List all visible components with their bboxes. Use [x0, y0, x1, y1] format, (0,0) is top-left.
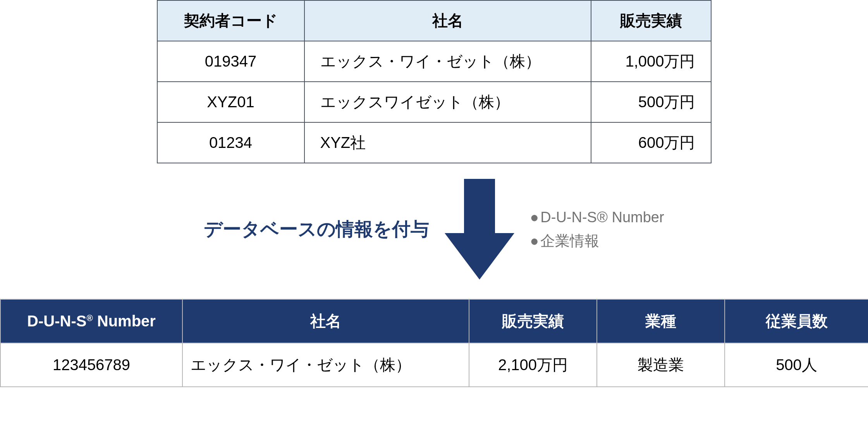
th-employees: 従業員数 [725, 299, 868, 343]
arrow-down-icon [445, 179, 514, 280]
th-sales: 販売実績 [591, 0, 711, 41]
list-item-label: 企業情報 [540, 229, 599, 253]
cell-industry: 製造業 [597, 343, 725, 387]
cell-company-name: XYZ社 [304, 122, 591, 163]
source-table: 契約者コード 社名 販売実績 019347 エックス・ワイ・ゼット（株） 1,0… [157, 0, 712, 163]
bullet-dot-icon: ● [530, 206, 539, 229]
th-duns-post: Number [93, 312, 156, 329]
cell-employees: 500人 [725, 343, 868, 387]
cell-company-name: エックスワイゼット（株） [304, 82, 591, 122]
cell-contractor-code: XYZ01 [157, 82, 304, 122]
table-header-row: 契約者コード 社名 販売実績 [157, 0, 711, 41]
table-row: 123456789 エックス・ワイ・ゼット（株） 2,100万円 製造業 500… [0, 343, 868, 387]
cell-sales: 600万円 [591, 122, 711, 163]
svg-marker-0 [445, 179, 514, 280]
cell-duns-number: 123456789 [0, 343, 182, 387]
table-header-row: D-U-N-S® Number 社名 販売実績 業種 従業員数 [0, 299, 868, 343]
list-item: ● 企業情報 [530, 229, 664, 253]
transform-section: データベースの情報を付与 ● D-U-N-S® Number ● 企業情報 [0, 179, 868, 280]
cell-contractor-code: 01234 [157, 122, 304, 163]
list-item-label: D-U-N-S® Number [540, 206, 664, 229]
th-contractor-code: 契約者コード [157, 0, 304, 41]
result-table: D-U-N-S® Number 社名 販売実績 業種 従業員数 12345678… [0, 299, 868, 387]
th-company-name: 社名 [182, 299, 469, 343]
th-sales: 販売実績 [469, 299, 597, 343]
transform-label: データベースの情報を付与 [204, 217, 429, 242]
cell-contractor-code: 019347 [157, 41, 304, 82]
cell-sales: 500万円 [591, 82, 711, 122]
bullet-dot-icon: ● [530, 229, 539, 253]
th-industry: 業種 [597, 299, 725, 343]
cell-sales: 2,100万円 [469, 343, 597, 387]
th-duns-pre: D-U-N-S [27, 312, 86, 329]
cell-company-name: エックス・ワイ・ゼット（株） [182, 343, 469, 387]
appended-info-list: ● D-U-N-S® Number ● 企業情報 [530, 206, 664, 253]
table-row: XYZ01 エックスワイゼット（株） 500万円 [157, 82, 711, 122]
list-item: ● D-U-N-S® Number [530, 206, 664, 229]
table-row: 01234 XYZ社 600万円 [157, 122, 711, 163]
table-row: 019347 エックス・ワイ・ゼット（株） 1,000万円 [157, 41, 711, 82]
th-company-name: 社名 [304, 0, 591, 41]
th-duns-sup: ® [86, 313, 93, 323]
cell-company-name: エックス・ワイ・ゼット（株） [304, 41, 591, 82]
th-duns-number: D-U-N-S® Number [0, 299, 182, 343]
diagram-container: 契約者コード 社名 販売実績 019347 エックス・ワイ・ゼット（株） 1,0… [0, 0, 868, 387]
cell-sales: 1,000万円 [591, 41, 711, 82]
